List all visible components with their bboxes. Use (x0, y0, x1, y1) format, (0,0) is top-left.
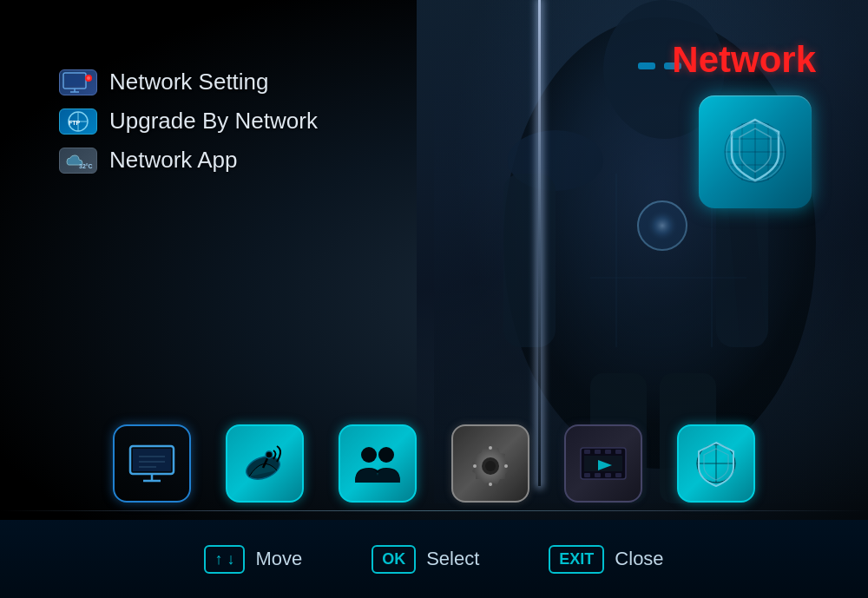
control-bar: ↑ ↓ Move OK Select EXIT Close (0, 520, 868, 598)
menu-list: Network Setting FTP Upgrade By Network 3… (52, 65, 325, 177)
svg-rect-60 (605, 473, 611, 477)
svg-point-52 (504, 464, 508, 468)
svg-point-48 (485, 461, 496, 471)
svg-rect-25 (65, 75, 84, 86)
svg-point-51 (473, 464, 477, 468)
svg-rect-56 (605, 450, 611, 454)
close-key: EXIT (559, 550, 594, 568)
select-control: OK Select (372, 545, 479, 574)
users-icon-button[interactable] (339, 424, 417, 503)
close-label: Close (615, 548, 663, 570)
shield-bottom-icon-button[interactable] (677, 424, 755, 503)
close-control: EXIT Close (549, 545, 663, 574)
move-key: ↑ ↓ (214, 550, 234, 568)
menu-item-upgrade-label: Upgrade By Network (109, 108, 318, 135)
close-button[interactable]: EXIT (549, 545, 604, 574)
menu-item-network-setting-label: Network Setting (109, 69, 269, 95)
svg-rect-61 (615, 473, 621, 477)
svg-rect-58 (584, 473, 590, 477)
svg-rect-59 (595, 473, 601, 477)
upgrade-icon: FTP (59, 108, 97, 135)
network-shield-large-icon[interactable] (699, 95, 812, 208)
tv-icon-button[interactable] (113, 424, 191, 503)
svg-point-45 (361, 447, 377, 463)
menu-item-upgrade[interactable]: FTP Upgrade By Network (52, 104, 325, 138)
svg-rect-55 (595, 450, 601, 454)
svg-point-49 (489, 446, 492, 450)
move-label: Move (255, 548, 302, 570)
svg-rect-57 (615, 450, 621, 454)
menu-item-network-setting[interactable]: Network Setting (52, 65, 325, 99)
video-icon-button[interactable] (564, 424, 642, 503)
svg-point-44 (266, 451, 273, 458)
network-setting-icon (59, 69, 97, 95)
svg-text:32°C: 32°C (79, 163, 93, 169)
settings-icon-button[interactable] (451, 424, 529, 503)
move-button[interactable]: ↑ ↓ (204, 545, 245, 574)
menu-item-network-app-label: Network App (109, 147, 237, 174)
network-title: Network (672, 39, 816, 81)
svg-rect-36 (133, 449, 171, 471)
light-beam (538, 0, 541, 486)
move-control: ↑ ↓ Move (204, 545, 302, 574)
separator-line (0, 510, 868, 511)
satellite-icon-button[interactable] (226, 424, 304, 503)
svg-point-50 (489, 483, 492, 486)
svg-point-46 (378, 447, 394, 463)
menu-item-network-app[interactable]: 32°C Network App (52, 143, 325, 177)
network-app-icon: 32°C (59, 148, 97, 174)
svg-point-29 (87, 76, 90, 80)
svg-text:FTP: FTP (69, 120, 81, 126)
select-label: Select (426, 548, 479, 570)
svg-rect-54 (584, 450, 590, 454)
bottom-icon-bar (0, 424, 868, 503)
select-key: OK (382, 550, 405, 568)
select-button[interactable]: OK (372, 545, 416, 574)
